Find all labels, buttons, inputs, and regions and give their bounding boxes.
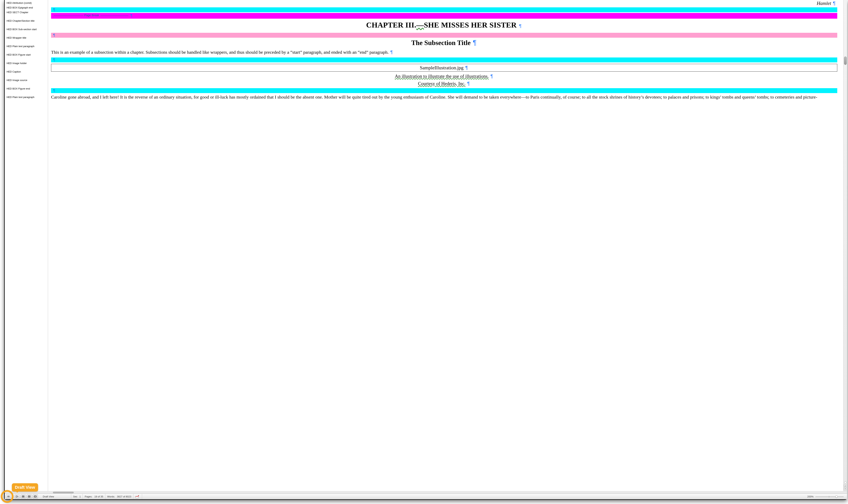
- zoom-controls: 200%: [807, 494, 847, 499]
- print-layout-view-button[interactable]: [26, 494, 32, 499]
- pilcrow-icon: ¶: [53, 33, 56, 37]
- svg-rect-18: [136, 496, 139, 497]
- publishing-view-button[interactable]: [20, 494, 26, 499]
- vertical-scrollbar[interactable]: ▲ ▼: [843, 0, 847, 491]
- zoom-slider-track: [815, 497, 844, 497]
- status-pages-label: Pages:: [85, 495, 92, 498]
- style-item[interactable]: HED BOX Sub-section start: [5, 27, 48, 36]
- callout-label: Draft View: [15, 485, 35, 490]
- pilcrow-icon: ¶: [472, 39, 477, 47]
- style-item[interactable]: HED BOX Figure end: [5, 87, 48, 95]
- running-head-text: Hamlet: [817, 1, 831, 6]
- status-words-label: Words:: [107, 495, 115, 498]
- chapter-start-bar: Page Break ¶: [51, 13, 837, 19]
- style-item[interactable]: HED Attribution (contd): [5, 1, 48, 5]
- status-view-label[interactable]: Draft View: [39, 494, 71, 499]
- scroll-down-button[interactable]: ▼: [844, 487, 847, 490]
- status-bar: Draft View Sec 1 Pages: 19 of 35 Words: …: [5, 493, 847, 499]
- annotation-ring: [1, 490, 14, 503]
- source-text: Courtesy of Hederis, Inc.: [418, 81, 466, 86]
- body-text: Caroline gone abroad, and I left here! I…: [51, 94, 817, 100]
- figure-end-bar: ¶: [51, 88, 837, 93]
- style-item[interactable]: HED SECT Chapter: [5, 10, 48, 19]
- style-item[interactable]: HED Chapter/Section title: [5, 19, 48, 27]
- scrollbar-thumb[interactable]: [844, 56, 847, 65]
- style-item[interactable]: HED Wrapper title: [5, 36, 48, 44]
- zoom-slider-knob[interactable]: [835, 496, 837, 498]
- outline-view-button[interactable]: [15, 494, 20, 499]
- status-pages[interactable]: Pages: 19 of 35: [83, 494, 105, 499]
- status-sec-label: Sec: [73, 495, 77, 498]
- split-handle-icon[interactable]: [844, 481, 847, 484]
- subsection-start-bar: ¶: [51, 33, 837, 38]
- image-holder: SampleIllustration.jpg ¶: [51, 64, 837, 72]
- status-spacer: [142, 494, 807, 499]
- running-head: Hamlet ¶: [51, 0, 836, 6]
- pilcrow-icon: ¶: [53, 88, 56, 93]
- scroll-stepper[interactable]: ▲ ▼: [844, 484, 847, 490]
- image-source: Courtesy of Hederis, Inc. ¶: [51, 81, 837, 86]
- pilcrow-icon: ¶: [467, 81, 470, 86]
- chapter-title-rest: SHE MISSES HER SISTER: [424, 21, 517, 29]
- zoom-slider[interactable]: [815, 495, 844, 498]
- pilcrow-icon: ¶: [832, 0, 836, 6]
- style-item[interactable]: HED Image source: [5, 78, 48, 87]
- zoom-slider-tick: [829, 496, 829, 498]
- status-words-value: 3827 of 8023: [117, 495, 131, 498]
- epigraph-end-bar: ¶: [51, 7, 837, 12]
- annotation-callout: Draft View: [12, 483, 38, 491]
- subsection-title: The Subsection Title ¶: [51, 39, 837, 47]
- scroll-up-button[interactable]: ▲: [844, 484, 847, 487]
- body-paragraph: This is an example of a subsection withi…: [51, 49, 837, 55]
- notebook-view-button[interactable]: [33, 494, 38, 499]
- document-canvas[interactable]: Hamlet ¶ ¶ Page Break ¶ CHAPTER III.—SHE…: [48, 0, 847, 491]
- pilcrow-icon: ¶: [519, 23, 522, 29]
- style-item[interactable]: HED Caption: [5, 70, 48, 78]
- svg-rect-3: [16, 496, 17, 498]
- style-item[interactable]: HED BOX Figure start: [5, 53, 48, 61]
- status-words[interactable]: Words: 3827 of 8023: [105, 494, 133, 499]
- page-break-rule: [101, 16, 128, 16]
- spellcheck-status-button[interactable]: [133, 494, 142, 499]
- zoom-value[interactable]: 200%: [807, 495, 813, 498]
- pilcrow-icon: ¶: [53, 7, 56, 12]
- style-item[interactable]: HED BOX Epigraph end: [5, 5, 48, 10]
- pilcrow-icon: ¶: [130, 13, 133, 18]
- horizontal-scrollbar[interactable]: [5, 491, 847, 493]
- style-item[interactable]: HED Plain text paragraph: [5, 44, 48, 53]
- pilcrow-icon: ¶: [465, 65, 468, 70]
- caption-text: An illustration to illustrate the use of…: [395, 74, 489, 79]
- svg-rect-16: [35, 496, 36, 497]
- body-paragraph: Caroline gone abroad, and I left here! I…: [51, 94, 837, 100]
- style-item[interactable]: HED Image holder: [5, 61, 48, 70]
- word-window: HED Attribution (contd) HED BOX Epigraph…: [4, 0, 847, 500]
- style-area-pane[interactable]: HED Attribution (contd) HED BOX Epigraph…: [5, 0, 48, 491]
- chapter-title-prefix: CHAPTER III.: [366, 21, 416, 29]
- page-break-rule: [54, 16, 84, 16]
- image-filename: SampleIllustration.jpg: [420, 65, 464, 70]
- status-pages-value: 19 of 35: [94, 495, 103, 498]
- page-break-label: Page Break: [84, 14, 99, 17]
- pilcrow-icon: ¶: [390, 50, 393, 55]
- image-caption: An illustration to illustrate the use of…: [51, 73, 837, 79]
- scrollbar-thumb[interactable]: [53, 492, 74, 493]
- style-item[interactable]: HED Plain text paragraph: [5, 95, 48, 104]
- pilcrow-icon: ¶: [490, 73, 493, 79]
- figure-start-bar: ¶: [51, 57, 837, 62]
- chapter-title-dash: —: [416, 21, 424, 29]
- status-section[interactable]: Sec 1: [71, 494, 83, 499]
- chapter-title: CHAPTER III.—SHE MISSES HER SISTER ¶: [51, 20, 837, 30]
- status-sec-value: 1: [79, 495, 80, 498]
- subsection-title-text: The Subsection Title: [411, 39, 471, 47]
- pilcrow-icon: ¶: [53, 58, 56, 62]
- body-text: This is an example of a subsection withi…: [51, 50, 390, 55]
